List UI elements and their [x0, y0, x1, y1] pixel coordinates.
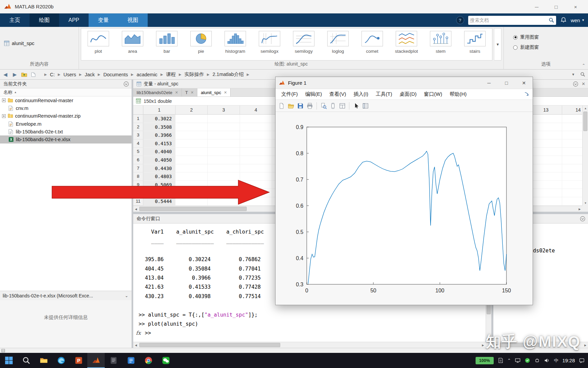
breadcrumb-item[interactable]: C: [49, 72, 56, 78]
ime-indicator[interactable]: 中 [554, 358, 558, 364]
cell-7-14[interactable] [562, 164, 582, 173]
cell-6-13[interactable] [530, 156, 562, 164]
cell-3-4[interactable] [240, 131, 272, 139]
doc-search[interactable] [468, 16, 556, 25]
gallery-item-semilogx[interactable]: semilogx [252, 29, 287, 60]
row-header-1[interactable]: 1 [133, 115, 143, 123]
figure-menu-查看(V)[interactable]: 查看(V) [326, 91, 350, 97]
cell-1-2[interactable] [176, 115, 208, 123]
panel-menu-icon[interactable] [580, 216, 585, 221]
close-panel-icon[interactable]: ✕ [582, 81, 585, 86]
ribbon-collapse-button[interactable]: ⌃ [582, 63, 585, 68]
row-header-5[interactable]: 5 [133, 148, 143, 156]
cell-6-1[interactable]: 0.4050 [143, 156, 176, 164]
breadcrumb-item[interactable]: academic [136, 72, 158, 78]
cell-1-1[interactable]: 0.3022 [143, 115, 176, 123]
command-prompt-line[interactable]: fx>> [136, 329, 486, 338]
row-header-2[interactable]: 2 [133, 123, 143, 131]
file-row-lib-150bands-02e-t-e.xlsx[interactable]: Xlib-150bands-02e-t-e.xlsx [0, 135, 132, 143]
gallery-expand-button[interactable]: ▼ [494, 28, 501, 60]
ribbon-tab-主页[interactable]: 主页 [0, 13, 30, 27]
file-row-continuumRemoval-master[interactable]: +continuumRemoval-master [0, 96, 132, 104]
gallery-item-bar[interactable]: bar [150, 29, 184, 60]
cell-2-13[interactable] [530, 123, 562, 131]
command-hscrollbar[interactable]: ◀ ▶ [133, 342, 486, 348]
breadcrumb-item[interactable]: Jack [84, 72, 96, 78]
gallery-item-histogram[interactable]: histogram [218, 29, 252, 60]
taskbar-app-start[interactable] [0, 353, 17, 368]
cell-3-3[interactable] [208, 131, 240, 139]
row-header-6[interactable]: 6 [133, 156, 143, 164]
cell-11-14[interactable] [562, 197, 582, 206]
variable-tab-T[interactable]: T✕ [182, 88, 197, 96]
cell-5-2[interactable] [176, 148, 208, 156]
gallery-item-stackedplot[interactable]: stackedplot [389, 29, 424, 60]
breadcrumb-item[interactable]: Documents [102, 72, 129, 78]
fx-indicator[interactable]: fx [136, 330, 141, 336]
cell-7-4[interactable] [240, 164, 272, 173]
column-header-4[interactable]: 4 [240, 106, 272, 115]
close-button[interactable]: × [566, 0, 585, 13]
cell-7-13[interactable] [530, 164, 562, 173]
collapse-details-icon[interactable]: ⌄ [125, 293, 128, 298]
security-green-icon[interactable] [525, 358, 530, 363]
ribbon-tab-视图[interactable]: 视图 [118, 13, 148, 27]
column-header-1[interactable]: 1 [143, 106, 176, 115]
gallery-item-stairs[interactable]: stairs [458, 29, 492, 60]
forward-button[interactable]: ▶ [11, 71, 19, 78]
doc-search-input[interactable] [470, 17, 549, 23]
figure-menu-窗口(W)[interactable]: 窗口(W) [420, 91, 446, 97]
scrollbar-thumb[interactable] [583, 112, 587, 131]
taskbar-app-docs[interactable] [122, 353, 140, 368]
cell-6-2[interactable] [176, 156, 208, 164]
taskbar-app-powerpoint[interactable]: P [70, 353, 87, 368]
cell-9-13[interactable] [530, 181, 562, 189]
cell-1-4[interactable] [240, 115, 272, 123]
minimize-button[interactable]: ─ [527, 0, 546, 13]
notes-tray-icon[interactable] [498, 358, 503, 363]
clock[interactable]: 19:28 [562, 358, 575, 363]
cell-10-13[interactable] [530, 189, 562, 197]
variable-tab-alunit_spc[interactable]: alunit_spc✕ [197, 88, 231, 96]
tray-expand-icon[interactable]: ⌃ [507, 358, 511, 363]
cell-10-14[interactable] [562, 189, 582, 197]
taskbar-app-matlab[interactable] [87, 353, 105, 368]
figure-menu-编辑(E)[interactable]: 编辑(E) [301, 91, 326, 97]
cell-6-3[interactable] [208, 156, 240, 164]
search-icon[interactable] [549, 17, 554, 23]
cell-2-4[interactable] [240, 123, 272, 131]
cell-5-4[interactable] [240, 148, 272, 156]
cell-6-4[interactable] [240, 156, 272, 164]
panel-menu-icon[interactable] [573, 81, 578, 87]
scroll-left-icon[interactable]: ◀ [133, 342, 139, 348]
cell-1-3[interactable] [208, 115, 240, 123]
open-file-icon[interactable] [287, 102, 295, 110]
address-dropdown-icon[interactable]: ▼ [572, 73, 575, 76]
cell-2-1[interactable]: 0.3508 [143, 123, 176, 131]
breadcrumb-item[interactable]: Users [62, 72, 77, 78]
breadcrumb-item[interactable]: 2.1matlab介绍 [211, 71, 245, 78]
name-column-header[interactable]: 名称 ▲ [0, 88, 132, 96]
expand-icon[interactable]: + [2, 98, 6, 102]
row-header-4[interactable]: 4 [133, 139, 143, 148]
cell-4-3[interactable] [208, 139, 240, 148]
column-header-13[interactable]: 13 [530, 106, 562, 115]
expand-icon[interactable]: + [2, 114, 6, 118]
figure-maximize-button[interactable]: □ [498, 77, 515, 89]
save-figure-icon[interactable] [296, 102, 304, 110]
help-icon[interactable]: ? [456, 16, 464, 24]
back-button[interactable]: ◀ [1, 71, 9, 78]
ribbon-tab-变量[interactable]: 变量 [89, 13, 118, 27]
file-row-cnv.m[interactable]: cnv.m [0, 104, 132, 112]
cell-4-14[interactable] [562, 139, 582, 148]
browse-folder-icon[interactable] [30, 71, 38, 78]
cell-3-1[interactable]: 0.3966 [143, 131, 176, 139]
figure-menu-插入(I)[interactable]: 插入(I) [350, 91, 372, 97]
column-header-14[interactable]: 14 [562, 106, 582, 115]
gallery-item-plot[interactable]: plot [81, 29, 115, 60]
cell-4-1[interactable]: 0.4153 [143, 139, 176, 148]
layout-grid-icon[interactable] [338, 102, 346, 110]
new-figure-radio[interactable]: 新建图窗 [513, 44, 539, 50]
file-status-row[interactable]: lib-150bands-02e-t-e.xlsx (Microsoft Exc… [0, 291, 132, 300]
cell-2-2[interactable] [176, 123, 208, 131]
